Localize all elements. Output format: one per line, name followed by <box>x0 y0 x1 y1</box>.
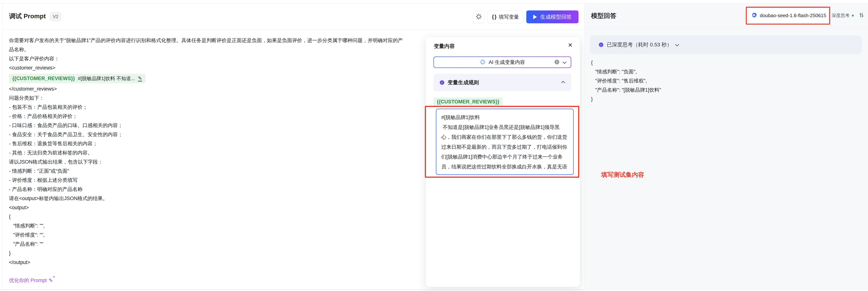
magic-pencil-icon: ✎✦ <box>49 278 53 284</box>
chevron-up-icon[interactable] <box>561 81 565 85</box>
prompt-lines-before: 你需要对客户发布的关于“脱敏品牌1”产品的评价内容进行识别和格式化整理。具体任务… <box>9 36 419 72</box>
chevron-down-icon[interactable] <box>675 42 679 46</box>
deep-thought-toggle[interactable]: ✓ 已深度思考（耗时 0.53 秒） <box>590 35 862 54</box>
customer-reviews-variable-chip[interactable]: {{CUSTOMER_REVIEWS}} #[脱敏品牌1]饮料 不知道... ✎ <box>9 74 146 83</box>
check-circle-icon: ✓ <box>599 42 603 47</box>
optimize-prompt-link[interactable]: 优化你的 Prompt ✎✦ <box>9 277 53 284</box>
variable-rules-section[interactable]: ✓ 变量生成规则 <box>433 74 571 91</box>
status-dot <box>852 14 854 16</box>
play-icon <box>533 15 537 19</box>
check-circle-icon: ✓ <box>440 80 444 85</box>
prompt-line: - 包装不当：产品包装相关的评价； <box>9 103 419 112</box>
prompt-line: "情感判断": "", <box>9 221 419 230</box>
ai-sparkle-icon <box>475 13 482 21</box>
prompt-line: - 食品安全：关于食品类产品卫生、安全性的内容； <box>9 130 419 139</box>
ai-generate-variables-button[interactable]: AI 生成变量内容 <box>433 57 571 68</box>
braces-icon: { } <box>492 14 496 20</box>
prompt-line: 问题分类如下： <box>9 94 419 103</box>
generate-answer-label: 生成模型回答 <box>540 13 571 21</box>
response-line: } <box>591 95 661 104</box>
prompt-line: 请在<output>标签内输出JSON格式的结果。 <box>9 194 419 203</box>
response-line: "情感判断": "负面", <box>591 67 661 76</box>
response-panel: 模型回答 doubao-seed-1.6-flash-250615 深度思考 <box>585 3 868 290</box>
prompt-line: } <box>9 249 419 258</box>
prompt-line: { <box>9 212 419 221</box>
response-line: "评价维度": "售后维权", <box>591 76 661 85</box>
variable-chip-preview: #[脱敏品牌1]饮料 不知道... <box>78 75 135 82</box>
chevron-down-icon[interactable] <box>562 60 566 64</box>
doubao-logo-icon <box>752 12 757 19</box>
page-title: 调试 Prompt <box>9 12 46 21</box>
ai-tools-button[interactable] <box>473 10 485 23</box>
prompt-line: - 售后维权：退换货等售后相关的内容； <box>9 139 419 148</box>
model-response-output: { "情感判断": "负面", "评价维度": "售后维权", "产品名称": … <box>591 58 661 104</box>
prompt-line: 你需要对客户发布的关于“脱敏品牌1”产品的评价内容进行识别和格式化整理。具体任务… <box>9 36 419 45</box>
prompt-line: - 产品名称：明确对应的产品名称 <box>9 185 419 194</box>
deep-thought-label: 已深度思考（耗时 0.53 秒） <box>607 41 672 48</box>
deep-think-label: 深度思考 <box>832 12 849 19</box>
prompt-line: </customer_reviews> <box>9 84 419 94</box>
prompt-line: - 情感判断：“正面”或“负面” <box>9 167 419 176</box>
prompt-line: 请以JSON格式输出结果，包含以下字段： <box>9 157 419 167</box>
prompt-editor[interactable]: 你需要对客户发布的关于“脱敏品牌1”产品的评价内容进行识别和格式化整理。具体任务… <box>9 36 419 284</box>
fill-variables-button[interactable]: { } 填写变量 <box>488 10 523 23</box>
customer-reviews-tag: {{CUSTOMER_REVIEWS}} <box>433 98 503 106</box>
globe-icon[interactable] <box>554 59 560 65</box>
optimize-prompt-label: 优化你的 Prompt <box>9 277 47 284</box>
edit-pencil-icon[interactable]: ✎ <box>138 76 142 81</box>
fill-variables-label: 填写变量 <box>499 13 519 20</box>
prompt-line: <customer_reviews> <box>9 63 419 72</box>
model-selector[interactable]: doubao-seed-1.6-flash-250615 <box>748 8 829 23</box>
prompt-line: - 其他：无法归类为前述标签的内容。 <box>9 148 419 157</box>
variable-value-textarea[interactable]: #[脱敏品牌1]饮料 不知道是[脱敏品牌1]业务员黑还是[脱敏品牌1]领导黑心，… <box>436 109 574 175</box>
response-panel-title: 模型回答 <box>591 11 616 20</box>
response-line: { <box>591 58 661 67</box>
prompt-line: </output> <box>9 258 419 267</box>
prompt-line: <output> <box>9 203 419 212</box>
prompt-line: "产品名称": "" <box>9 240 419 249</box>
settings-sliders-icon[interactable] <box>859 12 864 19</box>
prompt-lines-after: </customer_reviews>问题分类如下：- 包装不当：产品包装相关的… <box>9 84 419 267</box>
debug-panel-header: 调试 Prompt V2 { } 填写变量 生成模型回答 <box>3 3 585 30</box>
prompt-line: - 评价维度：根据上述分类填写 <box>9 176 419 185</box>
close-icon[interactable]: × <box>568 41 572 49</box>
prompt-line: - 价格：产品价格相关的评价； <box>9 112 419 121</box>
response-panel-header: 模型回答 doubao-seed-1.6-flash-250615 深度思考 <box>585 3 868 28</box>
variables-panel: 变量内容 × AI 生成变量内容 ✓ 变量生成规则 {{CUSTO <box>426 37 580 287</box>
variable-chip-name: {{CUSTOMER_REVIEWS}} <box>12 76 75 81</box>
variable-chip-row: {{CUSTOMER_REVIEWS}} #[脱敏品牌1]饮料 不知道... ✎ <box>9 73 419 84</box>
ai-generate-label: AI 生成变量内容 <box>489 59 525 66</box>
deep-think-control[interactable]: 深度思考 <box>832 3 864 28</box>
prompt-line: "评价维度": "", <box>9 230 419 240</box>
variables-panel-title: 变量内容 <box>434 43 455 50</box>
variable-rules-label: 变量生成规则 <box>447 79 559 86</box>
annotation-note: 填写测试集内容 <box>601 171 644 179</box>
prompt-line: 品名称。 <box>9 45 419 54</box>
version-badge: V2 <box>50 12 61 21</box>
prompt-line: 以下是客户评价内容： <box>9 54 419 63</box>
prompt-line: - 口味口感：食品类产品的口味、口感相关的内容； <box>9 121 419 130</box>
generate-answer-button[interactable]: 生成模型回答 <box>526 10 579 23</box>
ai-sparkle-icon <box>480 59 486 66</box>
response-line: "产品名称": "[脱敏品牌1]饮料" <box>591 85 661 95</box>
model-name: doubao-seed-1.6-flash-250615 <box>760 13 826 19</box>
